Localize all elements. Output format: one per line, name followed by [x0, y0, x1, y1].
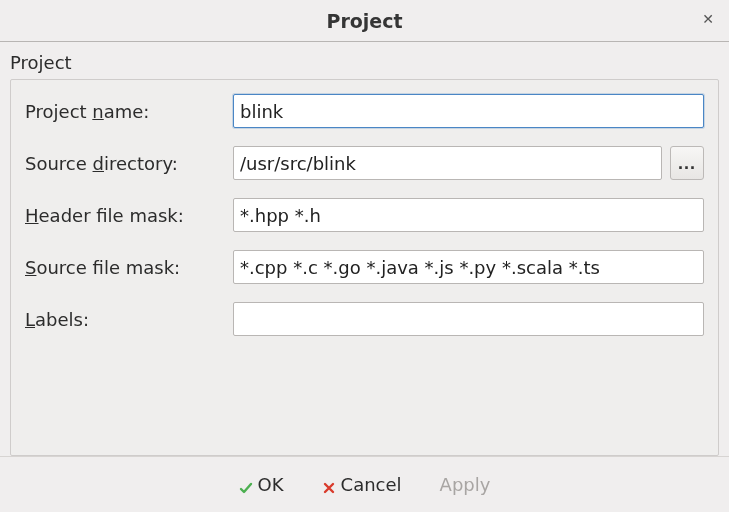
label-mnemonic: H — [25, 205, 39, 226]
ok-button[interactable]: OK — [233, 470, 290, 499]
source-directory-label: Source directory: — [25, 153, 225, 174]
project-name-input[interactable] — [233, 94, 704, 128]
cancel-button[interactable]: Cancel — [316, 470, 408, 499]
label-text: abels: — [35, 309, 89, 330]
label-text: ame: — [104, 101, 150, 122]
source-mask-label: Source file mask: — [25, 257, 225, 278]
label-text: Source — [25, 153, 93, 174]
label-mnemonic: S — [25, 257, 36, 278]
browse-button[interactable]: ... — [670, 146, 704, 180]
label-text: ource file mask: — [36, 257, 180, 278]
apply-button-label: Apply — [440, 474, 491, 495]
label-mnemonic: L — [25, 309, 35, 330]
apply-button[interactable]: Apply — [434, 470, 497, 499]
project-name-label: Project name: — [25, 101, 225, 122]
label-text: eader file mask: — [39, 205, 184, 226]
labels-input[interactable] — [233, 302, 704, 336]
label-text: Project — [25, 101, 92, 122]
button-bar: OK Cancel Apply — [0, 456, 729, 512]
label-mnemonic: d — [93, 153, 104, 174]
cancel-icon — [322, 478, 336, 492]
label-text: irectory: — [104, 153, 178, 174]
header-mask-input[interactable] — [233, 198, 704, 232]
project-fieldset: Project name: Source directory: ... Head… — [10, 79, 719, 456]
window-title: Project — [326, 10, 402, 32]
ok-icon — [239, 478, 253, 492]
source-directory-input[interactable] — [233, 146, 662, 180]
label-mnemonic: n — [92, 101, 103, 122]
close-icon[interactable]: ✕ — [699, 10, 717, 28]
cancel-button-label: Cancel — [341, 474, 402, 495]
dialog-window: Project ✕ Project Project name: Source d… — [0, 0, 729, 512]
labels-label: Labels: — [25, 309, 225, 330]
ok-button-label: OK — [258, 474, 284, 495]
content-area: Project Project name: Source directory: … — [0, 42, 729, 456]
form-grid: Project name: Source directory: ... Head… — [25, 94, 704, 336]
titlebar: Project ✕ — [0, 0, 729, 42]
source-mask-input[interactable] — [233, 250, 704, 284]
section-label: Project — [10, 48, 719, 79]
header-mask-label: Header file mask: — [25, 205, 225, 226]
